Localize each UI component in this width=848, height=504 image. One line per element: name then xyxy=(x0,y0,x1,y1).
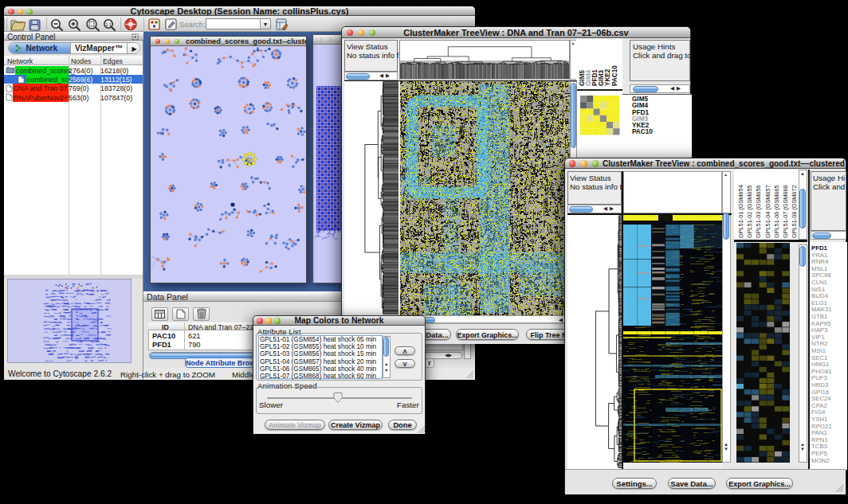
svg-text:GPL51-08 (GSM872: GPL51-08 (GSM872 xyxy=(791,185,798,238)
svg-text:GPL51-07 (GSM868: GPL51-07 (GSM868 xyxy=(782,185,789,238)
svg-text:GPL51-06 (GSM865: GPL51-06 (GSM865 xyxy=(773,185,780,238)
svg-text:GPL51-03 (GSM856: GPL51-03 (GSM856 xyxy=(755,185,762,238)
svg-text:GPL51-02 (GSM855: GPL51-02 (GSM855 xyxy=(746,185,753,238)
svg-text:GPL51-04 (GSM857: GPL51-04 (GSM857 xyxy=(764,185,771,238)
svg-text:PAC10: PAC10 xyxy=(611,65,618,86)
svg-text:1:1: 1:1 xyxy=(105,22,112,27)
svg-text:GPL51-01 (GSM854: GPL51-01 (GSM854 xyxy=(737,185,744,238)
